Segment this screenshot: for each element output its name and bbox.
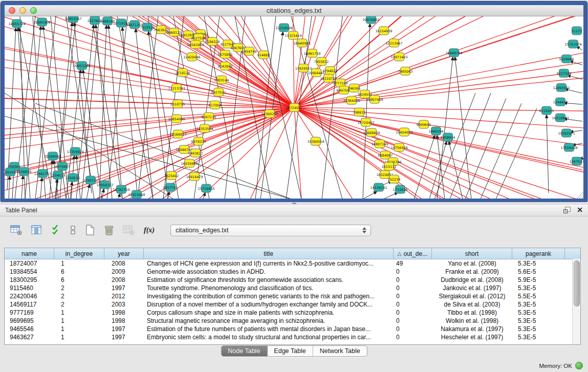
table-row[interactable]: 1830029562008Estimation of significance … bbox=[5, 276, 580, 284]
graph-edge[interactable] bbox=[449, 141, 463, 199]
graph-edge[interactable] bbox=[74, 23, 92, 193]
graph-edge[interactable] bbox=[385, 155, 583, 199]
window-title: citations_edges.txt bbox=[5, 5, 583, 16]
network-graph[interactable]: 1872400718300295193845541562601519904445… bbox=[5, 16, 583, 199]
table-row[interactable]: 2242004622012Investigating the contribut… bbox=[5, 292, 580, 300]
graph-node-label: 12213383 bbox=[168, 86, 185, 91]
graph-edge[interactable] bbox=[102, 189, 104, 199]
graph-node-label: 9329966 bbox=[559, 57, 574, 61]
table-row[interactable]: 911546021997Tourette syndrome. Phenomeno… bbox=[5, 284, 580, 292]
graph-edge[interactable] bbox=[389, 166, 583, 199]
vertical-scrollbar[interactable] bbox=[572, 259, 580, 344]
cell-name: 14569117 bbox=[5, 301, 54, 308]
new-file-icon[interactable] bbox=[85, 224, 95, 236]
row-checks-icon[interactable] bbox=[51, 225, 61, 236]
table-row[interactable]: 1938455462009Genome-wide association stu… bbox=[5, 268, 580, 276]
node-table: namein_degreeyeartitle△out_de...shortpag… bbox=[4, 248, 581, 345]
graph-edge[interactable] bbox=[92, 16, 122, 199]
graph-edge[interactable] bbox=[414, 135, 435, 199]
cell-year: 2003 bbox=[104, 301, 144, 308]
scrollbar-thumb[interactable] bbox=[574, 260, 580, 307]
table-tabs: Node TableEdge TableNetwork Table bbox=[221, 345, 367, 357]
graph-edge[interactable] bbox=[316, 141, 583, 199]
graph-edge[interactable] bbox=[293, 35, 294, 107]
show-columns-icon[interactable] bbox=[31, 225, 42, 236]
cell-year: 2012 bbox=[104, 293, 144, 300]
graph-edge[interactable] bbox=[375, 21, 583, 99]
column-header-title[interactable]: title bbox=[144, 248, 394, 259]
graph-edge[interactable] bbox=[76, 25, 94, 199]
float-panel-icon[interactable] bbox=[563, 206, 571, 214]
graph-edge[interactable] bbox=[385, 174, 583, 199]
graph-edge[interactable] bbox=[40, 178, 42, 199]
graph-edge[interactable] bbox=[399, 147, 583, 199]
graph-edge[interactable] bbox=[136, 29, 153, 199]
table-row[interactable]: 1872400712008Changes of HCN gene express… bbox=[5, 259, 580, 268]
resize-grip[interactable] bbox=[577, 192, 583, 199]
table-row[interactable]: 977716911998Corpus callosum shape and si… bbox=[5, 309, 580, 317]
tab-node-table[interactable]: Node Table bbox=[221, 346, 267, 356]
table-panel-header: Table Panel ✕ bbox=[0, 205, 588, 216]
zoom-window-button[interactable] bbox=[30, 7, 37, 14]
graph-edge[interactable] bbox=[383, 192, 398, 199]
graph-edge[interactable] bbox=[294, 68, 303, 107]
close-panel-icon[interactable]: ✕ bbox=[577, 206, 583, 214]
column-header-name[interactable]: name bbox=[5, 248, 54, 259]
graph-node-label: 16154838 bbox=[375, 29, 392, 33]
window-titlebar[interactable]: citations_edges.txt bbox=[5, 5, 583, 16]
table-options-icon[interactable] bbox=[10, 225, 23, 236]
graph-edge[interactable] bbox=[330, 16, 583, 71]
graph-edge[interactable] bbox=[481, 103, 521, 199]
column-header-short[interactable]: short bbox=[432, 248, 512, 259]
graph-node-label: 19654923 bbox=[396, 130, 412, 135]
graph-edge[interactable] bbox=[363, 191, 377, 199]
graph-node-label: 19958107 bbox=[96, 183, 113, 187]
graph-edge[interactable] bbox=[404, 132, 583, 199]
network-canvas[interactable]: 1872400718300295193845541562601519904445… bbox=[5, 16, 583, 199]
cells-icon[interactable] bbox=[70, 225, 76, 236]
table-row[interactable]: 946362711997Embryonic stem cells: a mode… bbox=[5, 333, 580, 341]
function-builder-icon[interactable]: f(x) bbox=[144, 226, 155, 234]
graph-node-label: 8427552 bbox=[211, 91, 226, 95]
cell-title: Corpus callosum shape and size in male p… bbox=[144, 309, 394, 316]
graph-edge[interactable] bbox=[99, 25, 106, 199]
column-header-year[interactable]: year bbox=[104, 248, 144, 259]
close-window-button[interactable] bbox=[9, 7, 15, 14]
graph-edge[interactable] bbox=[5, 107, 294, 149]
graph-node-label: 15751074 bbox=[564, 42, 581, 47]
table-row[interactable]: 969969511998Structural magnetic resonanc… bbox=[5, 317, 580, 325]
graph-edge[interactable] bbox=[294, 107, 389, 166]
graph-node-label: 11173 bbox=[572, 29, 582, 33]
graph-edge[interactable] bbox=[122, 27, 138, 199]
graph-edge[interactable] bbox=[393, 162, 583, 199]
graph-edge[interactable] bbox=[294, 107, 301, 199]
table-select-dropdown[interactable]: citations_edges.txt bbox=[170, 225, 371, 236]
graph-edge[interactable] bbox=[192, 57, 294, 107]
graph-node-label: 1615132 bbox=[382, 165, 397, 169]
table-row[interactable]: 1456911722003Disruption of a novel membe… bbox=[5, 300, 580, 309]
table-select-value: citations_edges.txt bbox=[176, 227, 229, 234]
table-row[interactable]: 946554611997Estimation of the future num… bbox=[5, 325, 580, 333]
graph-edge[interactable] bbox=[138, 16, 158, 199]
graph-edge[interactable] bbox=[294, 43, 302, 107]
graph-edge[interactable] bbox=[5, 149, 184, 199]
graph-edge[interactable] bbox=[9, 176, 10, 199]
cell-year: 1998 bbox=[104, 317, 144, 324]
graph-edge[interactable] bbox=[450, 93, 491, 199]
column-header-out_de[interactable]: △out_de... bbox=[394, 248, 432, 259]
cell-short: Franke et al. (2009) bbox=[432, 268, 512, 275]
column-header-pagerank[interactable]: pagerank bbox=[512, 248, 565, 259]
graph-edge[interactable] bbox=[21, 176, 23, 199]
graph-edge[interactable] bbox=[394, 179, 583, 199]
delete-table-icon[interactable] bbox=[104, 224, 114, 236]
minimize-window-button[interactable] bbox=[19, 7, 26, 14]
graph-edge[interactable] bbox=[5, 80, 215, 105]
column-header-in_degree[interactable]: in_degree bbox=[54, 248, 104, 259]
graph-edge[interactable] bbox=[547, 115, 549, 193]
graph-node-label: 7485063 bbox=[398, 70, 413, 74]
cell-name: 9699695 bbox=[5, 317, 54, 324]
graph-edge[interactable] bbox=[203, 192, 205, 199]
tab-network-table[interactable]: Network Table bbox=[313, 346, 367, 356]
graph-edge[interactable] bbox=[118, 193, 120, 199]
tab-edge-table[interactable]: Edge Table bbox=[267, 346, 313, 356]
